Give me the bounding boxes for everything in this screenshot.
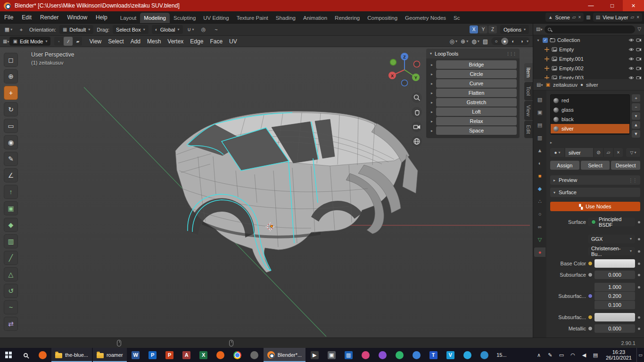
material-slot[interactable]: black [551,115,629,124]
visibility-dropdown-icon[interactable]: ◎▾ [450,38,458,45]
radius-x-field[interactable]: 1.000 [594,283,635,291]
expand-arrow-icon[interactable]: ▸ [429,82,435,86]
tab-physics[interactable]: ○ [534,209,545,219]
looptools-operator-button[interactable]: Circle [436,70,517,78]
material-slot[interactable]: silver [551,124,629,133]
eye-icon[interactable] [628,56,634,62]
tab-render[interactable]: ▣ [534,107,545,117]
proportional-editing-icon[interactable]: ◎ [199,25,208,34]
pink-app-icon[interactable] [357,348,374,362]
material-name-field[interactable]: silver [565,148,593,157]
material-shading-button[interactable]: ◐ [510,38,517,45]
spin-tool[interactable]: ↺ [4,284,18,298]
ortho-toggle-button[interactable] [412,136,422,147]
gizmos-toggle-icon[interactable]: ⊕▾ [461,38,468,45]
material-specials-button[interactable]: ▽▾ [626,148,640,157]
unlink-scene-icon[interactable]: × [578,15,581,20]
view-layer-selector[interactable]: ▤ View Layer ▱ × [593,13,642,22]
slot-specials-button[interactable]: ▾ [632,112,640,120]
loop-cut-tool[interactable]: ▥ [4,234,18,248]
tab-material[interactable]: ● [534,247,545,257]
workspace-tab[interactable]: Geometry Nodes [401,13,450,24]
looptools-operator-button[interactable]: Gstretch [436,98,517,107]
menu-item[interactable]: Render [36,11,63,24]
surface-panel-header[interactable]: ▾ Surface [550,188,640,197]
menu-item[interactable]: Help [91,11,112,24]
tab-tool[interactable]: ▧ [534,95,545,104]
expand-arrow-icon[interactable]: ▸ [429,100,435,105]
material-slot[interactable]: glass [551,105,629,115]
inset-faces-tool[interactable]: ▣ [4,201,18,215]
edge-select-button[interactable]: ∕ [64,37,73,46]
panel-grip-icon[interactable]: ⋮⋮ [628,178,637,183]
expand-arrow-icon[interactable]: ▸ [429,110,435,114]
target-app-icon[interactable] [246,348,263,362]
firefox-icon[interactable] [34,348,51,362]
photos-app-icon[interactable]: ▣ [323,348,340,362]
menu-item[interactable]: Edit [17,11,36,24]
move-slot-down-button[interactable]: ▼ [632,130,640,138]
blue-round-app-icon[interactable] [408,348,425,362]
blender-window-button[interactable]: Blender*... [264,348,305,362]
subsurface-value-field[interactable]: 0.000 [594,271,635,279]
start-button[interactable] [0,348,17,362]
preview-panel-header[interactable]: ▸ Preview ⋮⋮ [550,175,640,185]
distribution-dropdown[interactable]: GGX ▾ [588,235,635,243]
viewport-menu-item[interactable]: Vertex [164,38,187,45]
viewport-menu-item[interactable]: Add [127,38,144,45]
viewport-menu-item[interactable]: Face [206,38,226,45]
drag-dropdown[interactable]: Select Box ▾ [113,25,149,34]
subsurface-color-swatch[interactable] [594,313,635,321]
looptools-operator-button[interactable]: Flatten [436,89,517,97]
snap-magnet-icon[interactable]: ∪▾ [186,25,196,34]
eye-icon[interactable] [628,37,634,43]
tab-object-data[interactable]: ▽ [534,235,545,244]
minimize-button[interactable]: — [580,0,602,11]
green-app-icon[interactable] [391,348,408,362]
move-tool[interactable]: + [4,86,18,100]
transform-tool[interactable]: ◉ [4,135,18,149]
animate-dot[interactable] [638,221,640,223]
collapse-icon[interactable]: ▾ [430,51,432,56]
bevel-tool[interactable]: ◆ [4,218,18,232]
rendered-shading-button[interactable]: ◑ [518,38,525,45]
poly-build-tool[interactable]: △ [4,267,18,281]
sidebar-tab[interactable]: View [524,101,533,121]
animate-dot[interactable] [638,316,640,319]
tool-settings-icon[interactable]: ▦▾ [4,25,13,34]
breadcrumb-material[interactable]: silver [586,82,598,88]
tab-view-layer[interactable]: ▥ [534,133,545,142]
collection-checkbox[interactable]: ✓ [543,38,548,43]
new-layer-icon[interactable]: ▱ [630,15,634,20]
skype-icon[interactable] [459,348,476,362]
blender-logo-icon[interactable] [4,2,11,9]
eye-icon[interactable] [628,66,634,71]
workspace-tab[interactable]: UV Editing [199,13,232,24]
edge-slide-tool[interactable]: ⇄ [4,317,18,331]
expand-arrow-icon[interactable]: ▸ [429,72,435,76]
move-slot-up-button[interactable]: ▲ [632,121,640,129]
animate-dot[interactable] [638,250,640,253]
measure-tool[interactable]: ∠ [4,168,18,182]
animate-dot[interactable] [638,238,640,240]
workspace-tab[interactable]: Layout [116,13,140,24]
neg-y-axis-handle[interactable] [390,59,396,66]
camera-icon[interactable] [636,66,642,71]
firefox-icon[interactable] [212,348,229,362]
viewport-menu-item[interactable]: View [86,38,105,45]
xray-toggle-icon[interactable]: ▧ [483,38,488,45]
new-material-button[interactable]: ▱ [604,148,613,157]
outliner-row-collection[interactable]: ▾ ✓ Collection [533,35,644,45]
titlebar[interactable]: Blender* [C:\Users\Mike Wilkinson\Downlo… [0,0,644,11]
viewport-menu-item[interactable]: Mesh [144,38,164,45]
action-center-button[interactable]: ▭ [636,348,644,362]
tab-output[interactable]: ▤ [534,120,545,130]
knife-tool[interactable]: ╱ [4,251,18,265]
viewport-menu-item[interactable]: Edge [187,38,206,45]
explorer-window-button[interactable]: roamer [93,348,127,362]
sidebar-tab[interactable]: Edit [524,121,533,138]
viewport-menu-item[interactable]: Select [105,38,127,45]
workspace-tab[interactable]: Rendering [331,13,363,24]
keyboard-icon[interactable]: ▤ [590,348,601,362]
extrude-region-tool[interactable]: ↑ [4,185,18,199]
